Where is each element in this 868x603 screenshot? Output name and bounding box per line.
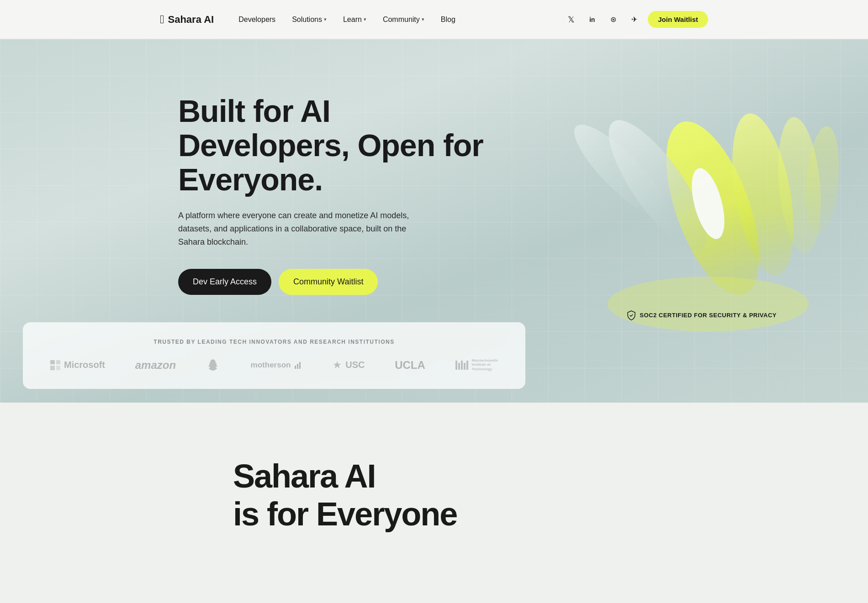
bottom-title-line1: Sahara AI [233, 458, 375, 494]
svg-marker-11 [333, 361, 341, 368]
amazon-logo: amazon [135, 359, 176, 372]
mit-name-line1: Massachusetts [472, 359, 498, 363]
bottom-title-line2: is for Everyone [233, 496, 457, 532]
hero-subtitle: A platform where everyone can create and… [178, 209, 434, 248]
nav-learn[interactable]: Learn ▾ [337, 12, 373, 27]
soc2-shield-icon [627, 310, 636, 320]
hero-title: Built for AI Developers, Open for Everyo… [178, 94, 489, 196]
learn-chevron-icon: ▾ [364, 16, 366, 22]
soc2-text: SOC2 CERTIFIED FOR SECURITY & PRIVACY [640, 312, 777, 319]
soc2-badge: SOC2 CERTIFIED FOR SECURITY & PRIVACY [627, 310, 777, 320]
ucla-text: UCLA [395, 359, 425, 372]
snapchat-logo [206, 358, 221, 372]
nav-links: Developers Solutions ▾ Learn ▾ Community… [232, 12, 545, 27]
svg-rect-10 [299, 362, 301, 369]
mit-logo: Massachusetts Institute of Technology [455, 359, 498, 372]
svg-point-4 [773, 115, 826, 256]
microsoft-logo: Microsoft [50, 360, 105, 370]
svg-rect-16 [466, 361, 468, 370]
hero-content: Built for AI Developers, Open for Everyo… [160, 39, 708, 322]
svg-point-3 [722, 109, 804, 280]
join-waitlist-button[interactable]: Join Waitlist [648, 11, 708, 28]
mit-bars-icon [455, 361, 468, 370]
svg-rect-12 [455, 361, 457, 370]
telegram-icon[interactable]: ✈ [627, 12, 641, 27]
navbar: 𖣯 Sahara AI Developers Solutions ▾ Learn… [0, 0, 868, 39]
nav-community[interactable]: Community ▾ [376, 12, 431, 27]
community-waitlist-button[interactable]: Community Waitlist [279, 269, 378, 295]
solutions-chevron-icon: ▾ [324, 16, 327, 22]
svg-rect-8 [295, 366, 296, 369]
logo-icon: 𖣯 [160, 12, 164, 26]
twitter-icon[interactable]: 𝕏 [564, 12, 578, 27]
hero-section: Built for AI Developers, Open for Everyo… [0, 39, 868, 403]
svg-rect-9 [297, 364, 298, 369]
usc-logo: USC [333, 360, 365, 370]
microsoft-squares-icon [50, 360, 60, 370]
usc-emblem-icon [333, 361, 342, 370]
community-chevron-icon: ▾ [422, 16, 424, 22]
dev-early-access-button[interactable]: Dev Early Access [178, 269, 271, 295]
amazon-text: amazon [135, 359, 176, 372]
trusted-logos: Microsoft amazon motherson [50, 358, 498, 372]
linkedin-icon[interactable]: in [585, 12, 599, 27]
mit-name-line2: Institute of [472, 363, 498, 367]
snapchat-icon [206, 358, 221, 372]
bottom-section: Sahara AI is for Everyone [0, 403, 868, 585]
usc-text: USC [345, 360, 365, 370]
ucla-logo: UCLA [395, 359, 425, 372]
motherson-text: motherson [251, 361, 291, 370]
svg-rect-14 [461, 361, 463, 370]
bottom-title: Sahara AI is for Everyone [233, 457, 635, 533]
logo-text: Sahara AI [168, 14, 214, 26]
trusted-wrapper: TRUSTED BY LEADING TECH INNOVATORS AND R… [0, 322, 868, 403]
microsoft-text: Microsoft [64, 360, 105, 370]
trusted-section: TRUSTED BY LEADING TECH INNOVATORS AND R… [23, 322, 525, 389]
motherson-logo: motherson [251, 361, 303, 370]
discord-icon[interactable]: ⊛ [606, 12, 620, 27]
svg-rect-13 [458, 363, 460, 370]
trusted-label: TRUSTED BY LEADING TECH INNOVATORS AND R… [50, 339, 498, 345]
nav-solutions[interactable]: Solutions ▾ [286, 12, 333, 27]
svg-point-5 [802, 125, 841, 236]
nav-developers[interactable]: Developers [232, 12, 282, 27]
nav-blog[interactable]: Blog [434, 12, 462, 27]
bottom-content: Sahara AI is for Everyone [160, 457, 708, 533]
nav-right: 𝕏 in ⊛ ✈ Join Waitlist [564, 11, 708, 28]
logo[interactable]: 𖣯 Sahara AI [160, 12, 214, 26]
mit-name-line3: Technology [472, 367, 498, 372]
hero-buttons: Dev Early Access Community Waitlist [178, 269, 690, 295]
motherson-chart-icon [294, 361, 302, 369]
svg-rect-15 [464, 363, 466, 370]
